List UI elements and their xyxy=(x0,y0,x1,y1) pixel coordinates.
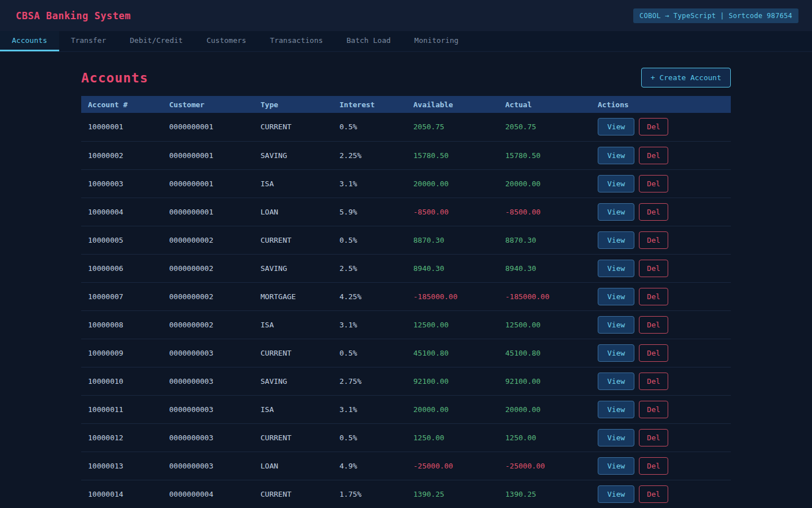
create-account-button[interactable]: + Create Account xyxy=(641,68,731,87)
tab-batch-load[interactable]: Batch Load xyxy=(335,31,403,51)
table-row: 100000020000000001SAVING2.25%15780.50157… xyxy=(81,141,731,169)
actions-cell: ViewDel xyxy=(591,423,731,452)
account-number-cell: 10000006 xyxy=(81,254,162,282)
actions-cell: ViewDel xyxy=(591,367,731,395)
delete-button[interactable]: Del xyxy=(639,175,668,192)
delete-button[interactable]: Del xyxy=(639,457,668,475)
table-row: 100000070000000002MORTGAGE4.25%-185000.0… xyxy=(81,282,731,310)
actual-balance-cell: 92100.00 xyxy=(498,367,591,395)
delete-button[interactable]: Del xyxy=(639,231,668,249)
page-title: Accounts xyxy=(81,71,148,85)
actual-balance-cell: -25000.00 xyxy=(498,452,591,480)
customer-cell: 0000000001 xyxy=(162,198,254,226)
delete-button[interactable]: Del xyxy=(639,288,668,305)
column-header: Customer xyxy=(162,96,254,113)
actions-cell: ViewDel xyxy=(591,113,731,141)
type-cell: SAVING xyxy=(254,367,333,395)
view-button[interactable]: View xyxy=(598,203,634,221)
actual-balance-cell: 2050.75 xyxy=(498,113,591,141)
view-button[interactable]: View xyxy=(598,373,634,390)
available-balance-cell: 20000.00 xyxy=(407,169,498,198)
view-button[interactable]: View xyxy=(598,118,634,135)
table-row: 100000120000000003CURRENT0.5%1250.001250… xyxy=(81,423,731,452)
available-balance-cell: -185000.00 xyxy=(407,282,498,310)
view-button[interactable]: View xyxy=(598,457,634,475)
interest-cell: 5.9% xyxy=(333,198,407,226)
delete-button[interactable]: Del xyxy=(639,344,668,362)
account-number-cell: 10000008 xyxy=(81,310,162,339)
account-number-cell: 10000001 xyxy=(81,113,162,141)
tab-transfer[interactable]: Transfer xyxy=(59,31,118,51)
delete-button[interactable]: Del xyxy=(639,260,668,277)
type-cell: ISA xyxy=(254,310,333,339)
interest-cell: 1.75% xyxy=(333,480,407,508)
type-cell: ISA xyxy=(254,169,333,198)
tab-customers[interactable]: Customers xyxy=(195,31,258,51)
available-balance-cell: 12500.00 xyxy=(407,310,498,339)
view-button[interactable]: View xyxy=(598,288,634,305)
delete-button[interactable]: Del xyxy=(639,373,668,390)
column-header: Available xyxy=(407,96,498,113)
table-row: 100000080000000002ISA3.1%12500.0012500.0… xyxy=(81,310,731,339)
table-row: 100000140000000004CURRENT1.75%1390.25139… xyxy=(81,480,731,508)
tab-accounts[interactable]: Accounts xyxy=(0,31,59,51)
table-row: 100000010000000001CURRENT0.5%2050.752050… xyxy=(81,113,731,141)
available-balance-cell: -25000.00 xyxy=(407,452,498,480)
delete-button[interactable]: Del xyxy=(639,147,668,164)
view-button[interactable]: View xyxy=(598,316,634,334)
account-number-cell: 10000010 xyxy=(81,367,162,395)
delete-button[interactable]: Del xyxy=(639,485,668,503)
interest-cell: 2.5% xyxy=(333,254,407,282)
actual-balance-cell: 8870.30 xyxy=(498,226,591,254)
table-row: 100000090000000003CURRENT0.5%45100.80451… xyxy=(81,339,731,367)
delete-button[interactable]: Del xyxy=(639,203,668,221)
table-row: 100000110000000003ISA3.1%20000.0020000.0… xyxy=(81,395,731,423)
type-cell: CURRENT xyxy=(254,423,333,452)
customer-cell: 0000000001 xyxy=(162,113,254,141)
interest-cell: 2.75% xyxy=(333,367,407,395)
delete-button[interactable]: Del xyxy=(639,401,668,418)
actions-cell: ViewDel xyxy=(591,141,731,169)
view-button[interactable]: View xyxy=(598,175,634,192)
view-button[interactable]: View xyxy=(598,344,634,362)
delete-button[interactable]: Del xyxy=(639,118,668,135)
delete-button[interactable]: Del xyxy=(639,316,668,334)
type-cell: SAVING xyxy=(254,254,333,282)
view-button[interactable]: View xyxy=(598,147,634,164)
table-row: 100000130000000003LOAN4.9%-25000.00-2500… xyxy=(81,452,731,480)
type-cell: ISA xyxy=(254,395,333,423)
account-number-cell: 10000005 xyxy=(81,226,162,254)
actions-cell: ViewDel xyxy=(591,226,731,254)
type-cell: CURRENT xyxy=(254,480,333,508)
customer-cell: 0000000002 xyxy=(162,282,254,310)
account-number-cell: 10000013 xyxy=(81,452,162,480)
available-balance-cell: 20000.00 xyxy=(407,395,498,423)
customer-cell: 0000000003 xyxy=(162,452,254,480)
column-header: Actions xyxy=(591,96,731,113)
actions-cell: ViewDel xyxy=(591,480,731,508)
main-nav: AccountsTransferDebit/CreditCustomersTra… xyxy=(0,31,812,52)
column-header: Type xyxy=(254,96,333,113)
type-cell: SAVING xyxy=(254,141,333,169)
view-button[interactable]: View xyxy=(598,485,634,503)
available-balance-cell: 8940.30 xyxy=(407,254,498,282)
view-button[interactable]: View xyxy=(598,260,634,277)
tab-debit-credit[interactable]: Debit/Credit xyxy=(118,31,195,51)
actual-balance-cell: 20000.00 xyxy=(498,169,591,198)
view-button[interactable]: View xyxy=(598,231,634,249)
customer-cell: 0000000003 xyxy=(162,367,254,395)
page-head: Accounts + Create Account xyxy=(81,68,731,87)
account-number-cell: 10000009 xyxy=(81,339,162,367)
actions-cell: ViewDel xyxy=(591,198,731,226)
actions-cell: ViewDel xyxy=(591,169,731,198)
delete-button[interactable]: Del xyxy=(639,429,668,446)
migration-badge: COBOL → TypeScript | Sortcode 987654 xyxy=(633,8,798,23)
view-button[interactable]: View xyxy=(598,429,634,446)
table-row: 100000060000000002SAVING2.5%8940.308940.… xyxy=(81,254,731,282)
actual-balance-cell: 8940.30 xyxy=(498,254,591,282)
interest-cell: 3.1% xyxy=(333,395,407,423)
tab-transactions[interactable]: Transactions xyxy=(258,31,335,51)
view-button[interactable]: View xyxy=(598,401,634,418)
tab-monitoring[interactable]: Monitoring xyxy=(403,31,470,51)
actual-balance-cell: 45100.80 xyxy=(498,339,591,367)
